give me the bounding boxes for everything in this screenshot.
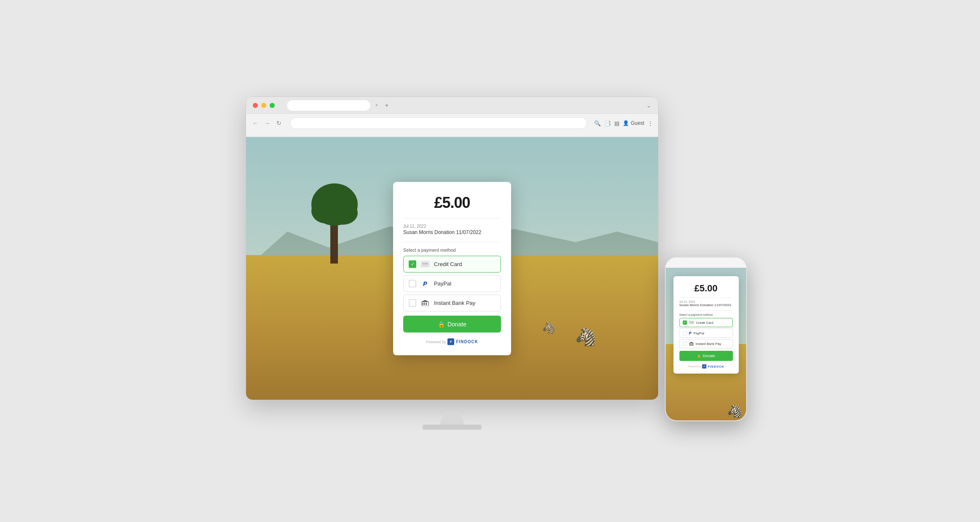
mobile-paypal-label: PayPal [693,331,704,335]
paypal-option[interactable]: P PayPal [403,275,501,292]
mobile-credit-card-checkbox: ✓ [683,320,687,325]
payment-card: £5.00 Jul 11, 2022 Susan Morris Donation… [393,182,511,355]
svg-rect-8 [424,302,425,305]
mobile-payment-card: £5.00 Jul 11, 2022 Susan Morris Donation… [673,276,739,374]
credit-card-label: Credit Card [434,261,462,267]
paypal-checkbox [409,280,416,287]
bank-icon [420,299,430,306]
more-options-icon[interactable]: ⋮ [648,120,653,126]
payment-method-label: Select a payment method [403,247,501,252]
mobile-credit-card-label: Credit Card [696,321,713,325]
monitor-stand [423,412,482,430]
mobile-lock-icon: 🔒 [697,354,701,358]
findock-logo-text: FINDOCK [456,339,478,344]
payment-description: Susan Morris Donation 11/07/2022 [403,229,501,235]
mobile-donate-label: Donate [703,354,715,358]
browser-titlebar: × + ⌄ [246,97,658,114]
mobile-powered-text: Powered by [688,365,701,368]
findock-logo-mark: F [447,338,454,345]
maximize-window-button[interactable] [270,103,275,108]
mobile-payment-amount: £5.00 [679,283,733,294]
svg-marker-17 [689,342,693,343]
stand-neck [439,412,465,425]
mobile-content: 🦓 £5.00 Jul 11, 2022 Susan Morris Donati… [666,268,746,420]
url-bar [287,100,371,111]
mobile-paypal-checkbox [683,331,687,335]
search-icon[interactable]: 🔍 [594,120,601,126]
mobile-powered-by: Powered by F FINDOCK [679,364,733,369]
mobile-donate-button[interactable]: 🔒 Donate [679,351,733,361]
lock-icon: 🔒 [438,320,445,327]
browser-toolbar: ← → ↻ 🔍 📑 ▤ 👤 Guest ⋮ [246,114,658,132]
sidebar-toggle-icon[interactable]: ▤ [614,120,619,126]
back-button[interactable]: ← [251,119,260,127]
payment-date: Jul 11, 2022 [403,223,501,228]
mobile-method-label: Select a payment method [679,313,733,316]
powered-by-text: Powered by [426,339,446,344]
mobile-credit-card-icon [689,321,694,324]
bank-pay-checkbox [409,299,416,307]
mobile-paypal-option[interactable]: P PayPal [679,328,733,338]
bank-pay-label: Instant Bank Pay [434,300,475,306]
mobile-bank-checkbox [683,342,687,346]
mobile-credit-card-option[interactable]: ✓ Credit Card [679,318,733,327]
close-tab-button[interactable]: × [373,102,380,109]
svg-marker-10 [421,300,429,301]
svg-rect-15 [691,343,692,345]
user-name: Guest [631,120,644,126]
svg-rect-14 [690,343,691,345]
paypal-icon: P [420,280,430,287]
new-tab-button[interactable]: + [383,101,391,110]
credit-card-icon [420,261,430,267]
svg-rect-5 [422,263,428,264]
mobile-bank-label: Instant Bank Pay [696,342,721,346]
credit-card-checkbox: ✓ [409,260,416,268]
zebra-small-decoration: 🦓 [542,322,555,334]
mobile-findock-text: FINDOCK [708,365,724,368]
mobile-phone: 🦓 £5.00 Jul 11, 2022 Susan Morris Donati… [665,257,747,421]
browser-icons: 🔍 📑 ▤ 👤 Guest ⋮ [594,120,653,126]
mobile-bank-icon [689,342,693,346]
svg-rect-0 [330,221,338,264]
browser-content: 🦓 🦓 £5.00 Jul 11, 2022 Susan Morris Dona… [246,137,658,400]
svg-rect-9 [426,302,427,305]
payment-amount: £5.00 [403,194,501,211]
mobile-notch [666,258,746,268]
close-tab-icon: × [375,103,378,108]
paypal-label: PayPal [434,280,451,287]
close-window-button[interactable] [253,103,258,108]
new-tab-icon: + [385,102,388,109]
credit-card-option[interactable]: ✓ Credit Card [403,256,501,272]
mobile-zebra-decoration: 🦓 [727,404,742,418]
zebra-decoration: 🦓 [575,327,596,347]
scene: × + ⌄ ← → ↻ [246,97,734,425]
address-bar[interactable] [290,117,587,129]
donate-button[interactable]: 🔒 Donate [403,315,501,332]
powered-by: Powered by F FINDOCK [403,338,501,345]
tree-decoration [305,162,364,264]
forward-button[interactable]: → [263,119,271,127]
mobile-findock-mark: F [702,364,707,369]
svg-rect-7 [423,302,423,305]
mobile-description: Susan Morris Donation 11/07/2022 [679,303,733,307]
bank-pay-option[interactable]: Instant Bank Pay [403,294,501,311]
mobile-paypal-icon: P [689,331,691,335]
mobile-date: Jul 11, 2022 [679,300,733,303]
mobile-bank-option[interactable]: Instant Bank Pay [679,339,733,348]
stand-base [423,425,482,430]
browser-chrome: × + ⌄ ← → ↻ [246,97,658,137]
user-avatar-icon: 👤 [623,120,629,126]
monitor: × + ⌄ ← → ↻ [246,97,659,400]
chevron-down-icon: ⌄ [646,102,651,109]
minimize-window-button[interactable] [261,103,266,108]
donate-button-label: Donate [447,320,466,327]
bookmarks-icon[interactable]: 📑 [604,120,611,126]
svg-point-3 [328,201,358,225]
svg-rect-16 [692,343,693,345]
user-profile-button[interactable]: 👤 Guest [623,120,644,126]
refresh-button[interactable]: ↻ [275,119,283,127]
svg-rect-12 [689,322,694,323]
